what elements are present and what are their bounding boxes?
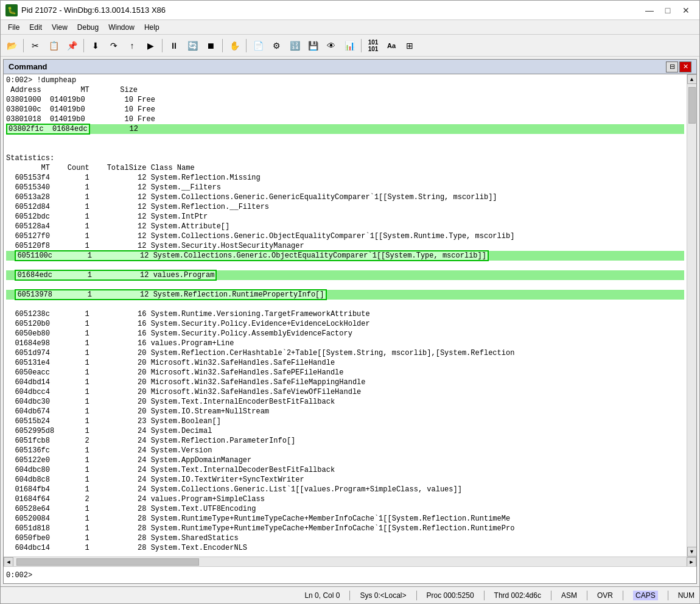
status-proc: Proc 000:5250 bbox=[427, 591, 474, 600]
toolbar-opt-btn[interactable]: ⊞ bbox=[401, 38, 418, 54]
status-sys: Sys 0:<Local> bbox=[360, 591, 406, 600]
status-ovr: OVR bbox=[597, 591, 613, 600]
toolbar-open-btn[interactable]: 📂 bbox=[3, 38, 20, 54]
app-icon: 🐛 bbox=[5, 4, 18, 16]
toolbar-disasm-btn[interactable]: ⚙ bbox=[268, 38, 285, 54]
toolbar-sep-4 bbox=[222, 39, 223, 52]
toolbar-step-over-btn[interactable]: ↷ bbox=[105, 38, 122, 54]
title-bar: 🐛 Pid 21072 - WinDbg:6.13.0014.1513 X86 … bbox=[1, 1, 699, 20]
toolbar-cut-btn[interactable]: ✂ bbox=[27, 38, 44, 54]
toolbar-font-btn[interactable]: Aa bbox=[383, 38, 400, 54]
scroll-left-arrow[interactable]: ◄ bbox=[4, 557, 13, 567]
status-sep-7 bbox=[668, 591, 668, 600]
menu-view[interactable]: View bbox=[47, 22, 72, 33]
toolbar-sep-2 bbox=[83, 39, 84, 52]
toolbar-paste-btn[interactable]: 📌 bbox=[63, 38, 80, 54]
toolbar-watch-btn[interactable]: 👁 bbox=[323, 38, 340, 54]
scroll-thumb-v[interactable] bbox=[688, 87, 696, 124]
vertical-scrollbar[interactable]: ▲ ▼ bbox=[687, 74, 696, 557]
menu-help[interactable]: Help bbox=[139, 22, 164, 33]
status-sep-4 bbox=[551, 591, 551, 600]
toolbar-copy-btn[interactable]: 📋 bbox=[45, 38, 62, 54]
status-caps: CAPS bbox=[633, 591, 658, 600]
content-area: 0:002> !dumpheap Address MT Size 0380100… bbox=[4, 74, 696, 583]
status-asm: ASM bbox=[561, 591, 577, 600]
command-panel: Command ⊟ ✕ 0:002> !dumpheap Address MT … bbox=[3, 59, 697, 584]
panel-close-button[interactable]: ✕ bbox=[679, 61, 691, 72]
command-input[interactable] bbox=[33, 571, 694, 580]
maximize-button[interactable]: □ bbox=[659, 4, 676, 17]
highlighted-line-1: 03802f1c 01684edc 12 bbox=[6, 124, 684, 134]
toolbar-break-btn[interactable]: ⏸ bbox=[166, 38, 183, 54]
status-sep-5 bbox=[587, 591, 587, 600]
status-num: NUM bbox=[678, 591, 695, 600]
input-prompt: 0:002> bbox=[6, 571, 32, 580]
status-ln-col: Ln 0, Col 0 bbox=[304, 591, 340, 600]
toolbar-step-out-btn[interactable]: ↑ bbox=[124, 38, 141, 54]
status-sep-6 bbox=[623, 591, 623, 600]
scroll-up-arrow[interactable]: ▲ bbox=[687, 74, 697, 84]
output-text: 0:002> !dumpheap Address MT Size 0380100… bbox=[6, 76, 684, 553]
toolbar-reg-btn[interactable]: 🔢 bbox=[286, 38, 303, 54]
window-title: Pid 21072 - WinDbg:6.13.0014.1513 X86 bbox=[21, 5, 641, 15]
status-sep-1 bbox=[349, 591, 350, 600]
toolbar-hand-btn[interactable]: ✋ bbox=[226, 38, 243, 54]
toolbar-step-into-btn[interactable]: ⬇ bbox=[87, 38, 104, 54]
panel-pin-button[interactable]: ⊟ bbox=[666, 61, 678, 72]
close-button[interactable]: ✕ bbox=[677, 4, 695, 17]
output-scroll[interactable]: 0:002> !dumpheap Address MT Size 0380100… bbox=[4, 74, 687, 557]
toolbar-sep-6 bbox=[361, 39, 362, 52]
scroll-track-h[interactable] bbox=[13, 557, 687, 566]
main-window: 🐛 Pid 21072 - WinDbg:6.13.0014.1513 X86 … bbox=[0, 0, 700, 604]
scroll-right-arrow[interactable]: ► bbox=[687, 557, 696, 567]
panel-title: Command bbox=[9, 62, 47, 71]
toolbar: 📂 ✂ 📋 📌 ⬇ ↷ ↑ ▶ ⏸ 🔄 ⏹ ✋ 📄 ⚙ 🔢 💾 👁 📊 1011… bbox=[1, 35, 699, 57]
output-area: 0:002> !dumpheap Address MT Size 0380100… bbox=[4, 74, 696, 557]
panel-header-buttons: ⊟ ✕ bbox=[666, 61, 691, 72]
menu-file[interactable]: File bbox=[3, 22, 24, 33]
highlighted-line-2: 6051100c 1 12 System.Collections.Generic… bbox=[6, 251, 684, 261]
minimize-button[interactable]: — bbox=[641, 4, 658, 17]
menu-bar: File Edit View Debug Window Help bbox=[1, 20, 699, 35]
toolbar-sep-1 bbox=[23, 39, 24, 52]
toolbar-local-btn[interactable]: 📊 bbox=[341, 38, 358, 54]
toolbar-run-btn[interactable]: ▶ bbox=[142, 38, 159, 54]
toolbar-sep-5 bbox=[246, 39, 247, 52]
status-thrd: Thrd 002:4d6c bbox=[494, 591, 541, 600]
toolbar-source-btn[interactable]: 📄 bbox=[250, 38, 267, 54]
toolbar-stop-btn[interactable]: ⏹ bbox=[202, 38, 219, 54]
window-controls: — □ ✕ bbox=[641, 4, 695, 17]
menu-window[interactable]: Window bbox=[103, 22, 139, 33]
scroll-thumb-h[interactable] bbox=[16, 558, 199, 566]
horizontal-scrollbar[interactable]: ◄ ► bbox=[4, 557, 696, 566]
toolbar-mem-btn[interactable]: 💾 bbox=[304, 38, 321, 54]
status-sep-2 bbox=[416, 591, 417, 600]
toolbar-restart-btn[interactable]: 🔄 bbox=[184, 38, 201, 54]
toolbar-hex-btn[interactable]: 101101 bbox=[365, 38, 382, 54]
menu-debug[interactable]: Debug bbox=[72, 22, 103, 33]
highlighted-line-3: 01684edc 1 12 values.Program bbox=[6, 270, 684, 280]
input-line: 0:002> bbox=[4, 566, 696, 583]
panel-header: Command ⊟ ✕ bbox=[4, 60, 696, 74]
menu-edit[interactable]: Edit bbox=[24, 22, 47, 33]
toolbar-sep-3 bbox=[162, 39, 163, 52]
status-sep-3 bbox=[484, 591, 485, 600]
highlighted-line-4: 60513978 1 12 System.Reflection.RuntimeP… bbox=[6, 290, 684, 300]
scroll-down-arrow[interactable]: ▼ bbox=[687, 547, 697, 557]
status-bar: Ln 0, Col 0 Sys 0:<Local> Proc 000:5250 … bbox=[1, 586, 699, 603]
scroll-track-v[interactable] bbox=[687, 84, 696, 547]
